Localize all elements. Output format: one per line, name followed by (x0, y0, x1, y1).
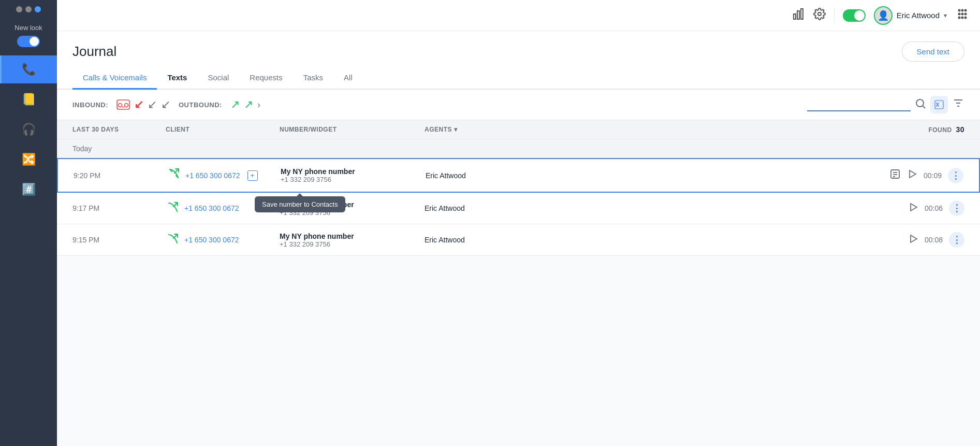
sidebar: New look 📞 📒 🎧 🔀 #️⃣ (0, 0, 57, 446)
analytics-icon[interactable] (793, 8, 805, 23)
filter-bar: INBOUND: ↙ ↙ ↙ OUTBOUND: (57, 90, 980, 120)
keypad-icon[interactable] (955, 7, 970, 24)
outbound-arrow-2-icon[interactable]: ↗ (244, 98, 253, 111)
page-header: Journal Send text (57, 31, 980, 67)
tab-all[interactable]: All (333, 67, 363, 90)
voicemail-icon[interactable] (116, 99, 130, 110)
add-contact-button[interactable]: + (247, 170, 258, 181)
found-count: 30 (956, 125, 964, 134)
content: Journal Send text Calls & Voicemails Tex… (57, 31, 980, 446)
svg-marker-31 (911, 204, 917, 211)
agent-col: Eric Attwood (426, 171, 860, 180)
sidebar-item-calls[interactable]: 📞 (0, 55, 57, 83)
widget-name: My NY phone number (280, 232, 425, 240)
new-look-toggle[interactable] (17, 36, 40, 47)
table-area: LAST 30 DAYS CLIENT NUMBER/WIDGET AGENTS… (57, 120, 980, 446)
call-client-col: +1 650 300 0672 (166, 232, 280, 248)
tab-tasks[interactable]: Tasks (293, 67, 333, 90)
table-row: 9:15 PM +1 650 300 0672 My NY phone numb… (57, 224, 980, 256)
call-time: 9:17 PM (72, 204, 166, 212)
search-icon[interactable] (915, 98, 926, 112)
play-icon[interactable] (908, 234, 918, 247)
inbound-arrow-2-icon[interactable]: ↙ (148, 98, 157, 111)
table-row: 9:17 PM +1 650 300 0672 My NY phone numb… (57, 193, 980, 224)
calls-icon: 📞 (22, 63, 36, 76)
more-options-button[interactable]: ⋮ (949, 232, 964, 248)
svg-point-9 (964, 13, 967, 16)
send-text-button[interactable]: Send text (902, 41, 964, 62)
play-icon[interactable] (908, 202, 918, 215)
phone-number[interactable]: +1 650 300 0672 (185, 171, 240, 180)
save-contact-tooltip: Save number to Contacts (255, 196, 345, 212)
support-icon: 🎧 (22, 123, 36, 136)
transfer-icon: 🔀 (22, 153, 36, 166)
header-user[interactable]: 👤 Eric Attwood ▾ (874, 6, 947, 25)
svg-rect-13 (117, 100, 129, 109)
svg-point-11 (961, 17, 964, 19)
call-time: 9:15 PM (72, 236, 166, 244)
search-input[interactable] (807, 98, 911, 111)
dot-3 (35, 6, 41, 12)
more-options-button[interactable]: ⋮ (949, 200, 964, 216)
svg-line-32 (173, 234, 178, 238)
tab-texts[interactable]: Texts (157, 67, 197, 90)
widget-col: My NY phone number +1 332 209 3756 (281, 167, 426, 183)
actions-col: 00:08 ⋮ (861, 232, 964, 248)
agents-sort-icon[interactable]: ▾ (454, 126, 458, 133)
sidebar-top (0, 0, 57, 19)
sidebar-item-transfer[interactable]: 🔀 (0, 146, 57, 174)
main: 👤 Eric Attwood ▾ Journal Send text Calls… (57, 0, 980, 446)
note-icon[interactable] (889, 168, 901, 182)
sidebar-item-contacts[interactable]: 📒 (0, 85, 57, 113)
svg-point-7 (958, 13, 961, 16)
svg-point-3 (818, 12, 821, 16)
svg-rect-1 (797, 11, 799, 19)
dot-2 (25, 6, 32, 12)
new-look-label: New look (14, 24, 42, 32)
sidebar-nav: 📞 📒 🎧 🔀 #️⃣ (0, 55, 57, 204)
call-duration: 00:08 (925, 236, 943, 244)
outbound-more-icon[interactable]: › (257, 99, 260, 110)
svg-line-24 (174, 169, 179, 173)
actions-col: 00:09 ⋮ (860, 168, 963, 183)
inbound-arrow-3-icon[interactable]: ↙ (161, 98, 170, 111)
table-header: LAST 30 DAYS CLIENT NUMBER/WIDGET AGENTS… (57, 120, 980, 139)
widget-number: +1 332 209 3756 (280, 240, 425, 248)
phone-number[interactable]: +1 650 300 0672 (184, 204, 239, 212)
svg-point-14 (119, 104, 122, 107)
inbound-arrow-1-icon[interactable]: ↙ (134, 98, 143, 111)
advanced-filter-icon[interactable] (952, 97, 964, 112)
tab-social[interactable]: Social (197, 67, 239, 90)
col-header-found: Found 30 (861, 125, 964, 134)
user-name: Eric Attwood (897, 11, 940, 20)
svg-line-30 (173, 203, 178, 207)
header-divider (834, 8, 835, 23)
col-header-date: LAST 30 DAYS (72, 126, 166, 133)
traffic-lights (16, 6, 41, 12)
phone-number[interactable]: +1 650 300 0672 (184, 236, 239, 244)
section-today: Today (57, 139, 980, 158)
tab-requests[interactable]: Requests (239, 67, 292, 90)
search-area: X (807, 96, 964, 113)
sidebar-item-notes[interactable]: #️⃣ (0, 176, 57, 204)
play-icon[interactable] (907, 169, 917, 182)
call-duration: 00:09 (924, 171, 942, 180)
settings-icon[interactable] (813, 8, 826, 23)
svg-point-15 (125, 104, 128, 107)
svg-point-4 (958, 9, 961, 12)
svg-rect-0 (794, 14, 796, 19)
outbound-call-icon (167, 166, 181, 184)
col-header-number-widget: NUMBER/WIDGET (280, 126, 425, 133)
outbound-arrow-1-icon[interactable]: ↗ (230, 98, 240, 111)
svg-marker-29 (910, 170, 916, 178)
header-toggle[interactable] (843, 9, 866, 22)
inbound-filter-icons: ↙ ↙ ↙ (116, 98, 170, 111)
more-options-button[interactable]: ⋮ (948, 168, 963, 183)
tab-calls-voicemails[interactable]: Calls & Voicemails (72, 67, 157, 90)
avatar: 👤 (874, 6, 893, 25)
sidebar-item-support[interactable]: 🎧 (0, 116, 57, 143)
dot-1 (16, 6, 22, 12)
call-time: 9:20 PM (74, 171, 167, 180)
excel-export-button[interactable]: X (930, 96, 948, 113)
svg-point-6 (964, 9, 967, 12)
